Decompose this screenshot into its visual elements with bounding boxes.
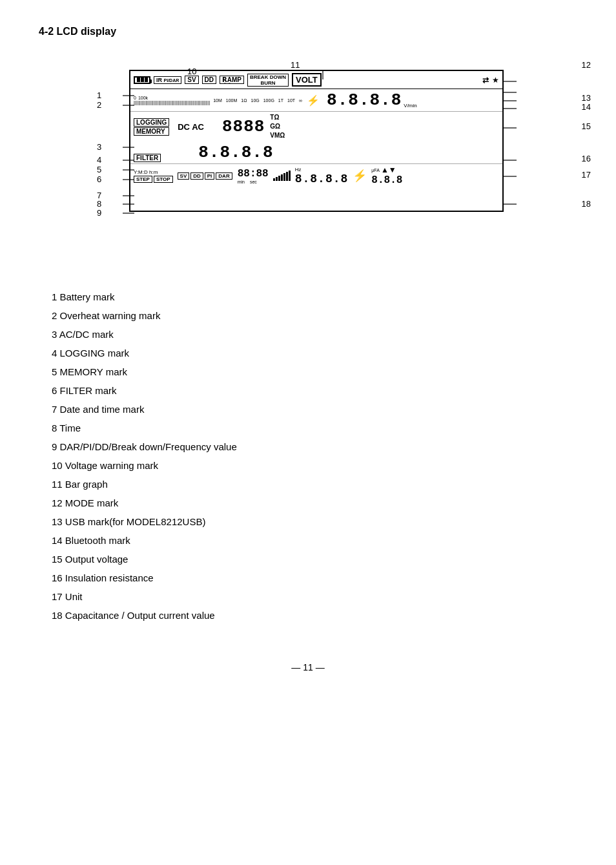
left-labels: LOGGING MEMORY bbox=[134, 118, 169, 136]
callout-17: 17 bbox=[582, 170, 591, 180]
main-display-row3: 8888 bbox=[222, 117, 265, 136]
main-display-row4: 8.8.8.8 bbox=[198, 143, 273, 162]
list-item: 13 USB mark(for MODEL8212USB) bbox=[52, 514, 577, 530]
callout-5: 5 bbox=[97, 165, 101, 174]
callout-1: 1 bbox=[97, 90, 101, 100]
callout-2: 2 bbox=[97, 100, 101, 110]
callout-14: 14 bbox=[582, 102, 591, 112]
stop-tag: STOP bbox=[154, 176, 173, 183]
list-item: 6 FILTER mark bbox=[52, 383, 577, 399]
list-item: 11 Bar graph bbox=[52, 477, 577, 492]
list-item: 2 Overheat warning mark bbox=[52, 308, 577, 324]
min-sec-label: minsec bbox=[238, 180, 269, 184]
list-item: 8 Time bbox=[52, 421, 577, 436]
dar-bottom-tag: DAR bbox=[216, 172, 232, 180]
list-item: 16 Insulation resistance bbox=[52, 570, 577, 586]
list-item: 7 Date and time mark bbox=[52, 402, 577, 417]
list-item: 9 DAR/PI/DD/Break down/Frequency value bbox=[52, 439, 577, 455]
cap-display: 8.8.8 bbox=[371, 174, 402, 186]
scale-10g: 10G bbox=[251, 98, 259, 103]
filter-label: FILTER bbox=[134, 154, 161, 162]
breakdown-tag: BREAK DOWNBURN bbox=[247, 74, 289, 87]
step-tag: STEP bbox=[134, 176, 152, 183]
usb-icon: ⇄ bbox=[482, 76, 489, 85]
callout-15: 15 bbox=[582, 121, 591, 131]
lcd-filter-row: FILTER 8.8.8.8 bbox=[130, 141, 502, 164]
hz-label: Hz bbox=[295, 167, 349, 172]
page-footer: — 11 — bbox=[39, 662, 577, 672]
bar-graph bbox=[273, 171, 291, 181]
lcd-diagram: IR PI/DAR SV DD R͜AMP BREAK DOWNBURN VOL… bbox=[39, 57, 594, 276]
scale-section: 0 100k |||||||||||||||||||||||||||||||||… bbox=[134, 96, 210, 105]
arrow-icon: ▲▼ bbox=[381, 165, 396, 174]
list-item: 1 Battery mark bbox=[52, 289, 577, 305]
scale-10t: 10T bbox=[287, 98, 295, 103]
list-item: 18 Capacitance / Output current value bbox=[52, 608, 577, 623]
callout-18: 18 bbox=[582, 199, 591, 209]
fa-label: μFA bbox=[371, 168, 380, 172]
callout-9: 9 bbox=[97, 208, 101, 218]
callout-3: 3 bbox=[97, 142, 101, 152]
list-item: 12 MODE mark bbox=[52, 495, 577, 511]
scale-10m: 10M bbox=[213, 98, 222, 103]
ir-tag: IR PI/DAR bbox=[154, 76, 181, 84]
list-item: 5 MEMORY mark bbox=[52, 364, 577, 380]
memory-label: MEMORY bbox=[134, 127, 169, 136]
logging-label: LOGGING bbox=[134, 118, 169, 127]
lcd-display: IR PI/DAR SV DD R͜AMP BREAK DOWNBURN VOL… bbox=[129, 70, 504, 212]
ymd-label: Y:M:D h:m bbox=[134, 169, 173, 175]
dc-label: DC AC bbox=[178, 122, 204, 132]
freq-display: 8.8.8.8 bbox=[295, 172, 349, 185]
callout-10: 10 bbox=[187, 67, 196, 76]
unit-vmo: VMΩ bbox=[270, 131, 285, 140]
list-item: 15 Output voltage bbox=[52, 552, 577, 567]
v-min-label: V/min bbox=[404, 103, 416, 109]
pi-bottom-tag: PI bbox=[205, 172, 215, 180]
time-display: 88:88 bbox=[238, 168, 269, 180]
dd-tag: DD bbox=[202, 76, 216, 84]
scale-1o: 1Ω bbox=[241, 98, 247, 103]
unit-to: TΩ bbox=[270, 113, 285, 122]
scale-label-100k: 100k bbox=[138, 96, 148, 100]
scale-1t: 1T bbox=[278, 98, 283, 103]
sv-tag: SV bbox=[185, 76, 198, 84]
battery-icon bbox=[134, 76, 150, 84]
list-item: 17 Unit bbox=[52, 589, 577, 605]
main-display-row2: 8.8.8.8 bbox=[327, 90, 402, 110]
volt-tag: VOLT bbox=[292, 73, 322, 87]
list-item: 3 AC/DC mark bbox=[52, 327, 577, 342]
callout-8: 8 bbox=[97, 199, 101, 209]
callout-6: 6 bbox=[97, 174, 101, 184]
alarm-icon: ⚡ bbox=[353, 169, 367, 183]
scale-mark: ||||||||||||||||||||||||||||||||||||||||… bbox=[134, 100, 210, 105]
callout-12: 12 bbox=[582, 60, 591, 70]
sv-bottom-tag: SV bbox=[178, 172, 190, 180]
items-list: 1 Battery mark 2 Overheat warning mark 3… bbox=[39, 289, 577, 623]
lcd-scale-row: 0 100k |||||||||||||||||||||||||||||||||… bbox=[130, 89, 502, 112]
bluetooth-icon: ★ bbox=[492, 76, 499, 85]
section-title: 4-2 LCD display bbox=[39, 26, 577, 37]
list-item: 14 Bluetooth mark bbox=[52, 533, 577, 548]
callout-11: 11 bbox=[291, 60, 300, 70]
lightning-icon: ⚡ bbox=[307, 94, 320, 107]
scale-100g: 100G bbox=[263, 98, 274, 103]
list-item: 10 Voltage warning mark bbox=[52, 458, 577, 474]
lcd-bottom-row: Y:M:D h:m STEP STOP SV DD PI DAR 88:88 m… bbox=[130, 164, 502, 187]
scale-label-0: 0 bbox=[134, 96, 136, 100]
callout-13: 13 bbox=[582, 93, 591, 103]
lcd-top-row: IR PI/DAR SV DD R͜AMP BREAK DOWNBURN VOL… bbox=[130, 71, 502, 89]
unit-column: TΩ GΩ VMΩ bbox=[270, 113, 285, 140]
scale-inf: ∞ bbox=[299, 98, 302, 103]
ramp-tag: R͜AMP bbox=[220, 76, 244, 84]
list-item: 4 LOGGING mark bbox=[52, 346, 577, 361]
scale-100m: 100M bbox=[226, 98, 238, 103]
unit-go: GΩ bbox=[270, 122, 285, 131]
callout-4: 4 bbox=[97, 155, 101, 165]
dd-bottom-tag: DD bbox=[190, 172, 203, 180]
callout-16: 16 bbox=[582, 154, 591, 163]
lcd-dcac-row: LOGGING MEMORY DC AC 8888 TΩ GΩ VMΩ bbox=[130, 112, 502, 141]
